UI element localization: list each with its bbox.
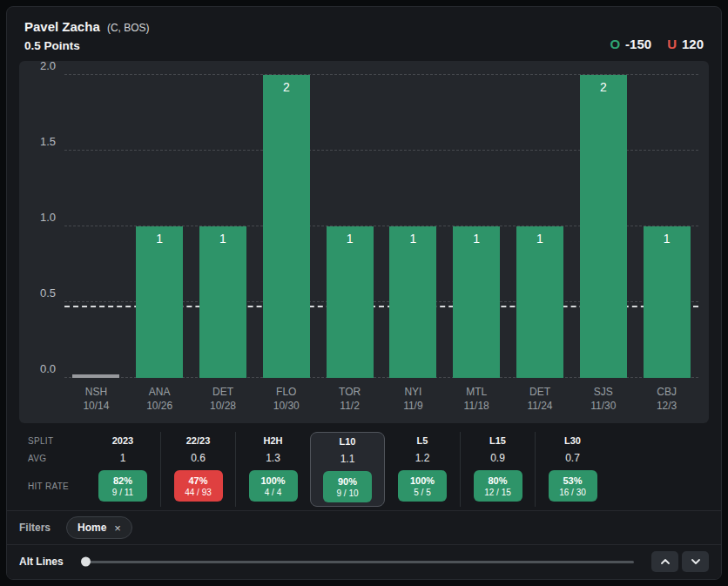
split-name: 22/23: [186, 435, 211, 446]
x-label-MTL: MTL11/18: [445, 385, 509, 413]
hit-rate-badge: 53%16 / 30: [549, 470, 597, 502]
chevron-down-icon: [691, 558, 701, 565]
close-icon[interactable]: ×: [114, 522, 121, 534]
bar-CBJ-12-3: 1: [644, 226, 691, 378]
x-label-TOR: TOR11/2: [318, 385, 381, 413]
y-axis: 2.01.51.00.50.0: [26, 75, 64, 378]
split-avg-value: 0.9: [490, 452, 505, 464]
split-avg-value: 1: [120, 452, 126, 464]
bar-slot-FLO: 2: [254, 75, 318, 378]
split-avg-value: 1.2: [415, 452, 430, 464]
header-left: Pavel Zacha (C, BOS) 0.5 Points: [24, 19, 150, 52]
x-label-CBJ: CBJ12/3: [635, 385, 698, 413]
hit-rate-badge: 82%9 / 11: [98, 470, 147, 502]
split-column-l10[interactable]: L101.190%9 / 10: [310, 432, 385, 507]
x-label-ANA: ANA10/26: [128, 385, 192, 413]
bar-slot-NSH: [64, 75, 128, 378]
line-nav-buttons: [651, 551, 709, 572]
odds-group: O -150 U 120: [610, 37, 704, 52]
split-name: L30: [564, 435, 581, 446]
split-row-labels: SPLIT AVG HIT RATE: [28, 432, 85, 507]
alt-lines-label: Alt Lines: [19, 556, 64, 568]
bar-slot-DET: 1: [509, 75, 572, 378]
hit-rate-percent: 90%: [338, 476, 357, 487]
hit-rate-fraction: 12 / 15: [484, 488, 511, 497]
page-background: Pavel Zacha (C, BOS) 0.5 Points O -150 U…: [0, 0, 728, 586]
filter-chip-home[interactable]: Home ×: [66, 516, 132, 539]
slider-knob[interactable]: [81, 557, 91, 567]
bar-value-label: 1: [536, 232, 543, 246]
filters-label: Filters: [19, 522, 51, 534]
points-bar-chart: 2.01.51.00.50.0 112111121 NSH10/14ANA10/…: [19, 61, 709, 423]
hit-rate-percent: 100%: [260, 475, 285, 486]
hit-rate-percent: 80%: [488, 475, 507, 486]
hit-rate-badge: 100%5 / 5: [398, 470, 447, 502]
split-avg-value: 0.6: [191, 452, 206, 464]
player-prop-card: Pavel Zacha (C, BOS) 0.5 Points O -150 U…: [6, 6, 722, 580]
hit-rate-fraction: 9 / 11: [112, 488, 133, 497]
x-axis: NSH10/14ANA10/26DET10/28FLO10/30TOR11/2N…: [64, 385, 698, 413]
bar-NSH-10-14: [72, 374, 119, 378]
bar-slot-TOR: 1: [318, 75, 381, 378]
hit-rate-fraction: 5 / 5: [414, 488, 430, 497]
y-tick-label: 1.5: [40, 135, 56, 148]
hit-rate-percent: 53%: [563, 475, 582, 486]
under-odds-value: 120: [682, 37, 704, 51]
bar-value-label: 2: [600, 80, 607, 94]
split-avg-value: 1.1: [340, 453, 355, 465]
alt-lines-slider[interactable]: [83, 555, 634, 569]
hit-rate-badge: 100%4 / 4: [249, 470, 298, 502]
split-column-l5[interactable]: L51.2100%5 / 5: [385, 432, 460, 507]
split-column-l30[interactable]: L300.753%16 / 30: [535, 432, 610, 507]
line-up-button[interactable]: [651, 551, 678, 572]
split-columns: 2023182%9 / 1122/230.647%44 / 93H2H1.310…: [85, 432, 610, 507]
filters-bar: Filters Home ×: [7, 510, 721, 544]
over-odds-value: -150: [625, 37, 651, 51]
hit-rate-fraction: 4 / 4: [265, 488, 281, 497]
player-name: Pavel Zacha: [24, 19, 100, 34]
under-indicator: U: [667, 37, 677, 51]
card-header: Pavel Zacha (C, BOS) 0.5 Points O -150 U…: [7, 7, 721, 61]
slider-track[interactable]: [83, 561, 634, 563]
under-odds-button[interactable]: U 120: [667, 37, 704, 51]
over-odds-button[interactable]: O -150: [610, 37, 651, 51]
split-column-22-23[interactable]: 22/230.647%44 / 93: [160, 432, 235, 507]
player-position: (C, BOS): [107, 22, 150, 34]
split-name: H2H: [263, 435, 282, 446]
x-label-DET: DET11/24: [509, 385, 572, 413]
x-label-SJS: SJS11/30: [571, 385, 635, 413]
chevron-up-icon: [660, 558, 671, 565]
hit-rate-badge: 80%12 / 15: [474, 470, 522, 502]
bar-TOR-11-2: 1: [327, 226, 374, 378]
split-name: L10: [340, 436, 356, 447]
bar-DET-10-28: 1: [199, 226, 246, 378]
bar-value-label: 1: [347, 232, 354, 246]
split-column-h2h[interactable]: H2H1.3100%4 / 4: [235, 432, 310, 507]
y-tick-label: 0.5: [40, 286, 56, 300]
splits-section: SPLIT AVG HIT RATE 2023182%9 / 1122/230.…: [7, 423, 721, 510]
split-name: L5: [417, 435, 428, 446]
x-label-NSH: NSH10/14: [64, 385, 128, 413]
split-column-2023[interactable]: 2023182%9 / 11: [85, 432, 160, 507]
bar-slot-CBJ: 1: [635, 75, 698, 378]
bar-slot-NYI: 1: [381, 75, 445, 378]
hit-rate-fraction: 9 / 10: [336, 488, 358, 498]
prop-line-label: 0.5 Points: [24, 39, 150, 52]
split-column-l15[interactable]: L150.980%12 / 15: [460, 432, 535, 507]
hit-rate-fraction: 16 / 30: [559, 488, 586, 497]
avg-row-label: AVG: [28, 454, 85, 463]
line-down-button[interactable]: [682, 551, 709, 572]
hit-rate-badge: 90%9 / 10: [323, 471, 372, 502]
bar-slot-SJS: 2: [571, 75, 635, 378]
bar-slot-ANA: 1: [128, 75, 192, 378]
bar-slot-MTL: 1: [445, 75, 509, 378]
split-name: L15: [489, 435, 506, 446]
alt-lines-bar: Alt Lines: [7, 544, 721, 580]
split-avg-value: 0.7: [565, 452, 580, 464]
bar-ANA-10-26: 1: [136, 226, 183, 378]
over-indicator: O: [610, 37, 620, 51]
bar-value-label: 1: [219, 232, 226, 246]
x-label-NYI: NYI11/9: [381, 385, 445, 413]
bar-NYI-11-9: 1: [389, 226, 436, 378]
bar-value-label: 1: [156, 232, 163, 246]
